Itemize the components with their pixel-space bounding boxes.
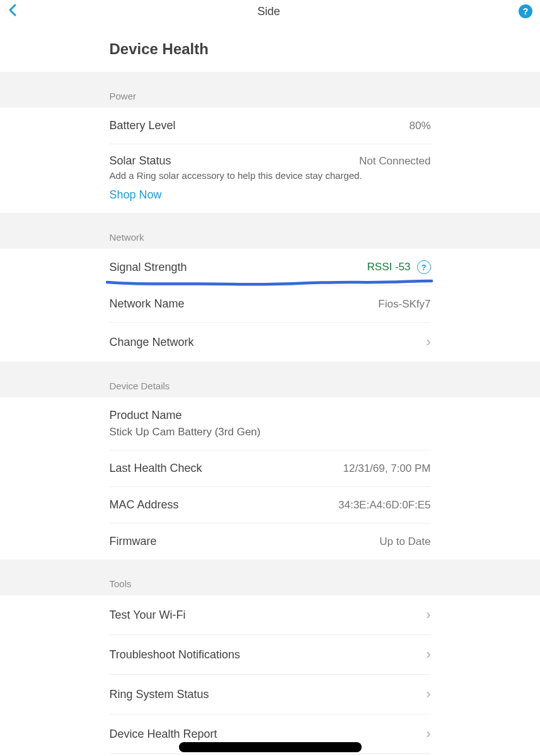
battery-level-value: 80%	[409, 120, 430, 132]
page-title: Device Health	[110, 40, 431, 58]
signal-info-button[interactable]: ?	[417, 260, 431, 274]
shop-now-link[interactable]: Shop Now	[110, 188, 162, 202]
mac-address-label: MAC Address	[110, 498, 179, 512]
section-header-power: Power	[0, 72, 540, 108]
chevron-right-icon: ›	[426, 607, 430, 623]
test-wifi-row[interactable]: Test Your Wi-Fi ›	[110, 595, 431, 635]
header-title: Side	[19, 5, 519, 18]
signal-strength-value: RSSI -53	[367, 261, 411, 273]
top-bar: Side ?	[0, 0, 540, 23]
section-header-network: Network	[0, 213, 540, 249]
mac-address-value: 34:3E:A4:6D:0F:E5	[338, 499, 430, 512]
solar-status-subtext: Add a Ring solar accessory to help this …	[110, 170, 362, 181]
product-name-row: Product Name Stick Up Cam Battery (3rd G…	[110, 398, 431, 450]
signal-strength-row[interactable]: Signal Strength RSSI -53 ?	[110, 249, 431, 286]
chevron-right-icon: ›	[426, 646, 430, 663]
change-network-label: Change Network	[110, 336, 194, 349]
troubleshoot-label: Troubleshoot Notifications	[110, 648, 240, 662]
solar-status-label: Solar Status	[110, 154, 171, 168]
mac-address-row: MAC Address 34:3E:A4:6D:0F:E5	[110, 487, 431, 524]
battery-level-row: Battery Level 80%	[110, 108, 431, 144]
chevron-right-icon: ›	[426, 726, 430, 742]
network-name-label: Network Name	[110, 297, 185, 311]
chevron-right-icon: ›	[426, 334, 430, 350]
question-mark-icon: ?	[523, 6, 529, 16]
change-network-row[interactable]: Change Network ›	[110, 323, 431, 362]
last-health-check-label: Last Health Check	[110, 462, 202, 475]
system-status-label: Ring System Status	[110, 688, 209, 701]
back-button[interactable]	[8, 3, 19, 20]
signal-strength-label: Signal Strength	[110, 261, 187, 274]
network-name-row: Network Name Fios-SKfy7	[110, 286, 431, 323]
solar-status-value: Not Connected	[359, 155, 430, 168]
firmware-row: Firmware Up to Date	[110, 524, 431, 559]
home-indicator[interactable]	[179, 742, 362, 752]
firmware-value: Up to Date	[379, 536, 430, 548]
test-wifi-label: Test Your Wi-Fi	[110, 609, 186, 622]
help-button[interactable]: ?	[519, 4, 532, 18]
battery-level-label: Battery Level	[110, 119, 176, 132]
last-health-check-row: Last Health Check 12/31/69, 7:00 PM	[110, 450, 431, 487]
last-health-check-value: 12/31/69, 7:00 PM	[343, 462, 431, 475]
solar-status-row: Solar Status Not Connected Add a Ring so…	[110, 144, 431, 213]
section-header-details: Device Details	[0, 362, 540, 398]
question-mark-icon: ?	[422, 263, 427, 272]
network-name-value: Fios-SKfy7	[378, 298, 430, 311]
product-name-label: Product Name	[110, 409, 182, 422]
health-report-label: Device Health Report	[110, 728, 217, 741]
system-status-row[interactable]: Ring System Status ›	[110, 675, 431, 714]
chevron-right-icon: ›	[426, 686, 430, 702]
product-name-value: Stick Up Cam Battery (3rd Gen)	[110, 426, 261, 438]
troubleshoot-row[interactable]: Troubleshoot Notifications ›	[110, 635, 431, 675]
page-title-block: Device Health	[0, 23, 540, 72]
chevron-left-icon	[8, 3, 19, 17]
firmware-label: Firmware	[110, 535, 157, 548]
section-header-tools: Tools	[0, 559, 540, 595]
